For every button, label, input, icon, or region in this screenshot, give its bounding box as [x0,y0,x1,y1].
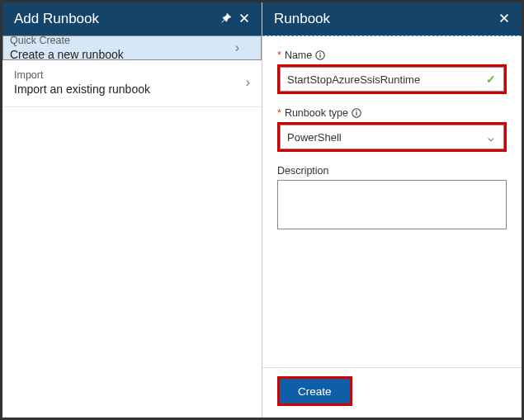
name-label-row: * Name [277,50,507,61]
right-blade-header: Runbook [262,2,522,35]
option-subtitle: Create a new runbook [10,47,235,62]
type-select[interactable]: PowerShell [280,125,504,149]
create-button-highlight: Create [277,376,352,406]
right-blade-title: Runbook [274,11,495,27]
svg-rect-4 [356,112,356,116]
svg-rect-5 [356,111,356,111]
chevron-right-icon: › [246,75,250,90]
option-import[interactable]: Import Import an existing runbook › [2,60,262,107]
type-label: Runbook type [285,107,348,119]
desc-label-row: Description [277,165,507,177]
option-title: Quick Create [10,34,235,47]
runbook-form: * Name ✓ * Runbook type PowerShell [262,35,522,367]
option-title: Import [14,68,246,82]
option-quick-create[interactable]: Quick Create Create a new runbook › [2,35,262,60]
name-label: Name [285,50,312,61]
chevron-right-icon: › [235,40,239,55]
name-field: ✓ [277,64,507,94]
close-icon[interactable] [235,12,253,26]
name-input[interactable] [280,67,504,92]
required-asterisk: * [277,50,281,61]
desc-label: Description [277,165,329,177]
desc-textarea[interactable] [277,180,507,229]
type-label-row: * Runbook type [277,107,507,119]
left-blade-title: Add Runbook [14,11,217,27]
left-blade-header: Add Runbook [2,2,262,35]
required-asterisk: * [277,107,281,119]
option-subtitle: Import an existing runbook [14,82,246,97]
info-icon[interactable] [315,50,325,60]
close-icon[interactable] [495,12,513,26]
form-footer: Create [262,367,522,418]
pin-icon[interactable] [217,12,235,26]
svg-rect-1 [320,54,321,58]
create-button[interactable]: Create [280,379,350,403]
type-select-value: PowerShell [287,131,342,144]
check-icon: ✓ [486,73,496,86]
option-list: Quick Create Create a new runbook › Impo… [2,35,262,107]
info-icon[interactable] [352,108,361,118]
svg-rect-2 [320,53,321,54]
type-field: PowerShell ⌵ [277,122,507,152]
desc-field [277,180,507,233]
